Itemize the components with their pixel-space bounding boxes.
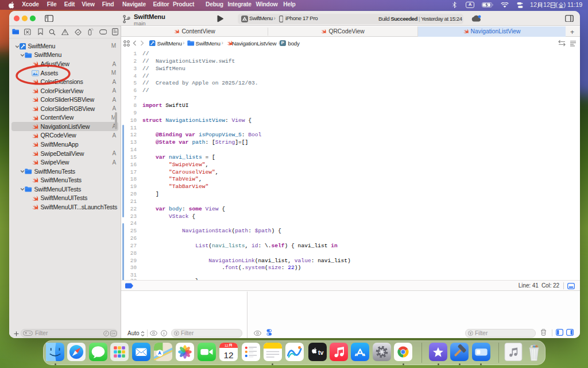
svg-text:12: 12 [225, 343, 229, 347]
svg-text:tv: tv [318, 349, 324, 356]
svg-text:12: 12 [223, 350, 233, 360]
